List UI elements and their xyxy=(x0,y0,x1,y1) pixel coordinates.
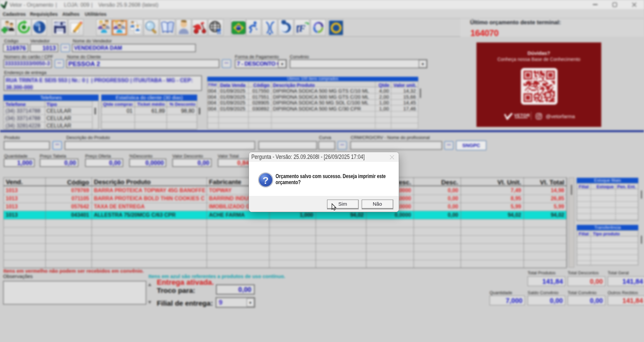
svg-text:i: i xyxy=(38,23,40,33)
svg-text:F: F xyxy=(298,23,306,34)
